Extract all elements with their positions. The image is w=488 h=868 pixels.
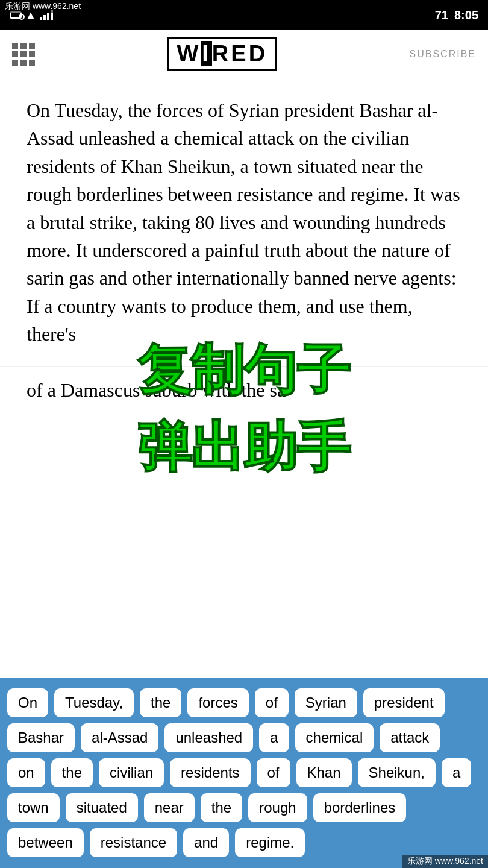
watermark-bottom-right: 乐游网 www.962.net xyxy=(402,855,488,868)
subscribe-button[interactable]: SUBSCRIBE xyxy=(410,49,476,60)
word-tag[interactable]: and xyxy=(183,828,229,857)
word-tag[interactable]: borderlines xyxy=(313,793,407,822)
word-tag[interactable]: residents xyxy=(170,758,250,787)
word-tag[interactable]: a xyxy=(442,758,471,787)
word-tag[interactable]: rough xyxy=(248,793,307,822)
word-tag[interactable]: regime. xyxy=(235,828,305,857)
word-tag[interactable]: the xyxy=(51,758,93,787)
word-tag[interactable]: a xyxy=(259,723,289,752)
word-tag[interactable]: town xyxy=(7,793,60,822)
bottom-bar: of a Damascus suburb with the sa xyxy=(0,366,488,414)
wired-logo[interactable]: WIRED xyxy=(167,37,277,71)
word-tag[interactable]: resistance xyxy=(90,828,177,857)
word-tag[interactable]: chemical xyxy=(295,723,374,752)
logo-inverted-letter: I xyxy=(201,41,212,66)
word-tag[interactable]: unleashed xyxy=(164,723,253,752)
nav-bar: WIRED SUBSCRIBE xyxy=(0,30,488,78)
battery-level: 71 xyxy=(435,8,448,22)
word-tag[interactable]: attack xyxy=(380,723,440,752)
word-tag[interactable]: between xyxy=(7,828,84,857)
page-wrapper: 乐游网 www.962.net ▲ 71 8:05 WIRED SUBSCRIB… xyxy=(0,0,488,868)
word-panel-inner: OnTuesday,theforcesofSyrianpresidentBash… xyxy=(7,688,481,857)
overlay-assistant-label: 弹出助手 xyxy=(0,409,488,486)
word-tag[interactable]: of xyxy=(255,688,289,717)
grid-menu-icon[interactable] xyxy=(12,43,35,66)
word-tag[interactable]: on xyxy=(7,758,45,787)
word-tag[interactable]: Tuesday, xyxy=(54,688,134,717)
word-tag[interactable]: forces xyxy=(187,688,248,717)
word-tag[interactable]: Khan xyxy=(296,758,352,787)
word-tag[interactable]: al-Assad xyxy=(81,723,158,752)
word-tag[interactable]: of xyxy=(257,758,290,787)
article-body: On Tuesday, the forces of Syrian preside… xyxy=(27,96,461,348)
word-tag[interactable]: the xyxy=(140,688,181,717)
word-tag[interactable]: situated xyxy=(66,793,138,822)
word-tag[interactable]: civilian xyxy=(99,758,164,787)
word-tag[interactable]: On xyxy=(7,688,48,717)
watermark-top-left: 乐游网 www.962.net xyxy=(0,0,86,13)
word-tag[interactable]: Sheikun, xyxy=(358,758,436,787)
word-tag[interactable]: president xyxy=(363,688,445,717)
word-tag[interactable]: Syrian xyxy=(295,688,357,717)
word-tag[interactable]: the xyxy=(201,793,242,822)
word-panel[interactable]: OnTuesday,theforcesofSyrianpresidentBash… xyxy=(0,678,488,868)
status-right: 71 8:05 xyxy=(435,8,478,22)
word-tag[interactable]: Bashar xyxy=(7,723,75,752)
word-tag[interactable]: near xyxy=(144,793,195,822)
article-content: On Tuesday, the forces of Syrian preside… xyxy=(0,78,488,366)
status-time: 8:05 xyxy=(454,8,478,22)
